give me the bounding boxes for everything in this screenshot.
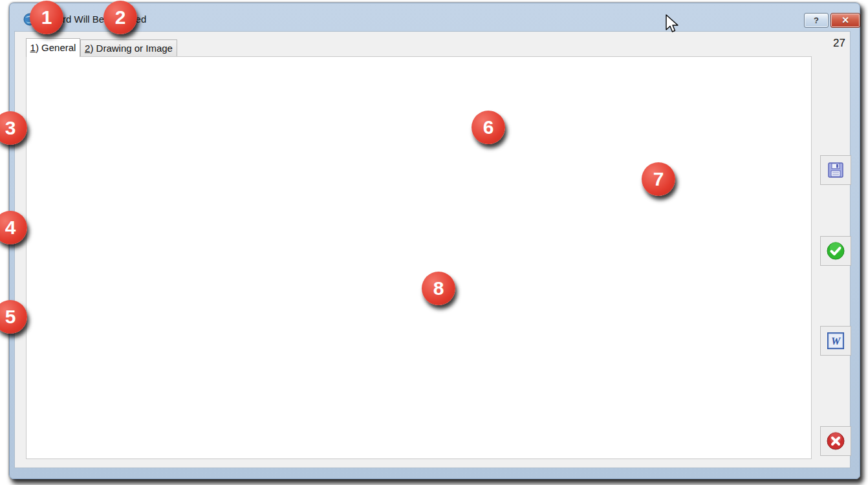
approve-check-icon <box>826 241 845 261</box>
cancel-button[interactable] <box>820 426 851 456</box>
tab-general[interactable]: 1) General <box>26 38 80 57</box>
callout-badge-7: 7 <box>642 162 675 196</box>
svg-text:W: W <box>831 336 841 347</box>
help-button[interactable]: ? <box>804 13 829 28</box>
record-counter: 27 <box>796 37 845 50</box>
tab-drawing-or-image[interactable]: 2) Drawing or Image <box>80 39 177 57</box>
save-button[interactable] <box>820 155 851 185</box>
callout-badge-8: 8 <box>422 272 455 305</box>
mouse-cursor-icon <box>665 14 680 38</box>
callout-badge-1: 1 <box>30 1 63 34</box>
word-export-button[interactable]: W <box>820 326 851 356</box>
close-button[interactable]: ✕ <box>830 13 860 28</box>
tab-content-panel <box>26 56 812 459</box>
help-icon: ? <box>814 16 819 25</box>
cancel-icon <box>826 431 845 451</box>
close-icon: ✕ <box>841 15 849 25</box>
save-icon <box>827 161 845 179</box>
callout-badge-2: 2 <box>103 1 137 34</box>
word-document-icon: W <box>826 331 845 350</box>
callout-badge-6: 6 <box>472 111 505 144</box>
approve-button[interactable] <box>820 236 851 266</box>
